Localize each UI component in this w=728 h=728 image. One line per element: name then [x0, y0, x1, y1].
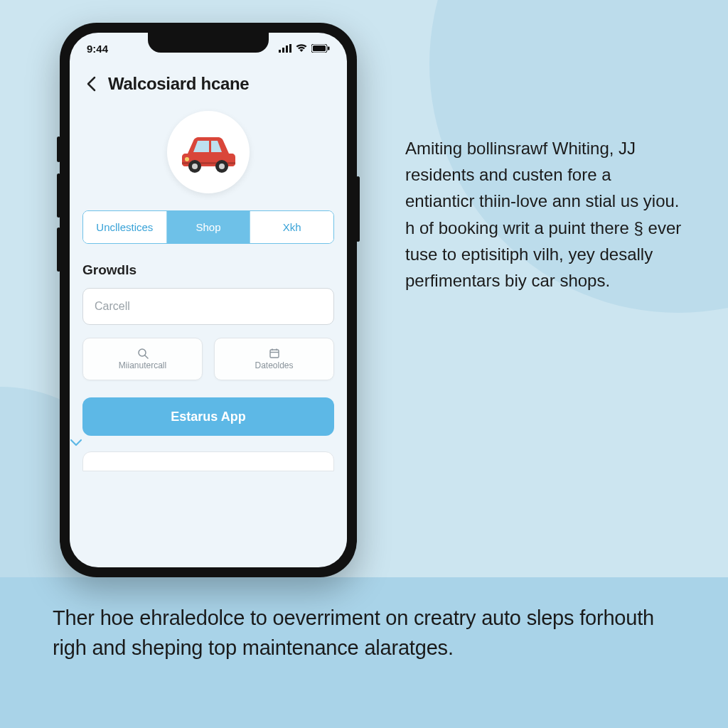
tab-shop[interactable]: Shop — [167, 211, 251, 243]
tab-xkh[interactable]: Xkh — [250, 211, 333, 243]
svg-point-9 — [192, 164, 198, 169]
svg-rect-1 — [282, 48, 284, 53]
option-label: Miianutercall — [119, 360, 166, 370]
bottom-paragraph: Ther hoe ehraledolce to oeverriment on c… — [53, 603, 678, 663]
option-row: Miianutercall Dateoldes — [82, 338, 334, 380]
button-label: Estarus App — [171, 410, 245, 424]
svg-rect-3 — [289, 44, 291, 53]
svg-rect-0 — [279, 50, 281, 53]
phone-side-button — [57, 136, 60, 162]
tab-label: Uncllestices — [96, 221, 153, 233]
tab-label: Shop — [196, 221, 220, 233]
car-icon — [178, 131, 239, 173]
phone-screen: 9:44 Walcosiard hcane — [70, 33, 347, 567]
growdls-section: Growdls Miianutercall Dateoldes — [82, 262, 334, 380]
status-time: 9:44 — [87, 43, 108, 55]
wifi-icon — [296, 44, 307, 53]
search-icon — [137, 348, 149, 359]
svg-rect-6 — [328, 47, 330, 50]
back-button[interactable] — [84, 77, 98, 91]
phone-device-frame: 9:44 Walcosiard hcane — [60, 23, 357, 577]
dateoldes-option[interactable]: Dateoldes — [214, 338, 334, 380]
avatar-container — [70, 111, 347, 193]
next-card-peek — [82, 451, 334, 471]
section-title: Growdls — [82, 262, 334, 278]
car-avatar — [167, 111, 250, 193]
phone-side-button — [356, 176, 360, 242]
page-title: Walcosiard hcane — [108, 74, 249, 94]
tab-bar: Uncllestices Shop Xkh — [82, 210, 334, 244]
svg-rect-15 — [270, 350, 279, 358]
phone-notch — [148, 33, 269, 53]
option-label: Dateoldes — [255, 360, 293, 370]
carcell-input[interactable] — [82, 288, 334, 325]
svg-point-11 — [219, 164, 225, 169]
status-indicators — [279, 44, 330, 53]
phone-side-button — [57, 228, 60, 272]
tab-uncllestices[interactable]: Uncllestices — [83, 211, 167, 243]
svg-point-12 — [185, 157, 189, 161]
svg-rect-5 — [313, 46, 326, 51]
svg-rect-2 — [286, 46, 288, 53]
calendar-icon — [269, 348, 280, 359]
side-paragraph: Amiting bollinsrawf Whiting, JJ resident… — [405, 135, 682, 294]
app-header: Walcosiard hcane — [70, 64, 347, 101]
svg-line-14 — [145, 355, 148, 358]
battery-icon — [311, 44, 330, 53]
chevron-down-icon[interactable] — [70, 439, 347, 447]
cellular-icon — [279, 44, 291, 53]
tab-label: Xkh — [283, 221, 301, 233]
estarus-app-button[interactable]: Estarus App — [82, 397, 334, 436]
phone-side-button — [57, 173, 60, 218]
miianutercall-option[interactable]: Miianutercall — [82, 338, 203, 380]
